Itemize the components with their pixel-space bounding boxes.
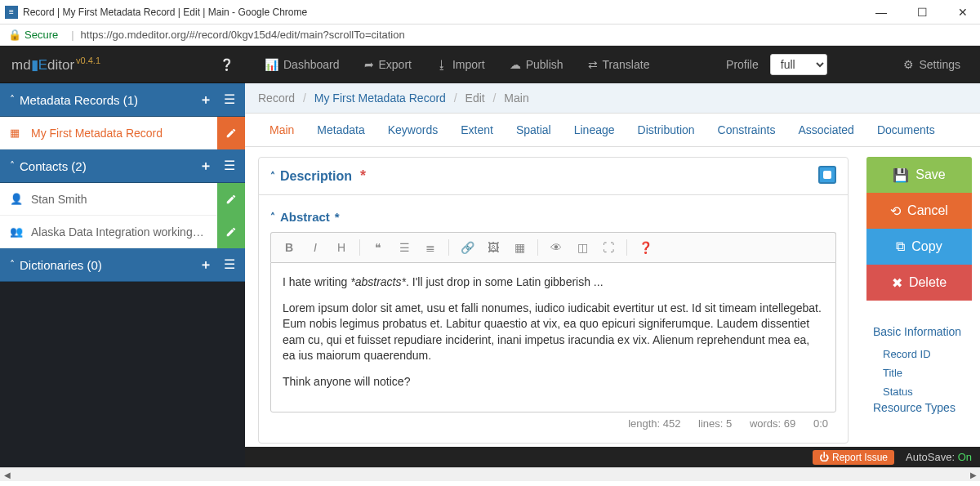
heading-button[interactable]: H [330,238,353,257]
tab-spatial[interactable]: Spatial [505,114,563,146]
quicknav-basic[interactable]: Basic Information [873,325,972,338]
brand-logo[interactable]: md▮Editorv0.4.1 [11,56,100,74]
quicknav-status[interactable]: Status [873,382,972,401]
table-button[interactable]: ▦ [508,238,531,257]
add-dictionary-icon[interactable]: ＋ [199,256,212,274]
sidebyside-button[interactable]: ◫ [571,238,594,257]
window-maximize-button[interactable]: ☐ [910,6,934,19]
sidebar-dictionaries-header[interactable]: ˄ Dictionaries (0) ＋ ☰ [0,248,245,282]
help-icon[interactable]: ❔ [220,58,234,71]
window-title: Record | My First Metadata Record | Edit… [23,7,869,18]
sidebar-contact-item[interactable]: 👤 Stan Smith [0,183,245,216]
tab-associated[interactable]: Associated [786,114,865,146]
tab-documents[interactable]: Documents [866,114,947,146]
scroll-target-icon[interactable] [818,166,836,184]
abstract-heading[interactable]: Abstract [280,210,330,224]
sidebar-records-header[interactable]: ˄ Metadata Records (1) ＋ ☰ [0,83,245,117]
copy-button[interactable]: ⧉Copy [866,229,972,265]
tab-extent[interactable]: Extent [449,114,505,146]
quicknav-recordid[interactable]: Record ID [873,345,972,363]
guide-button[interactable]: ❓ [634,238,657,257]
gear-icon: ⚙ [903,58,914,71]
ol-button[interactable]: ≣ [419,238,442,257]
fullscreen-button[interactable]: ⛶ [597,238,620,257]
abstract-textarea[interactable]: I hate writing *abstracts*. I'll just dr… [270,262,836,412]
list-contacts-icon[interactable]: ☰ [224,158,235,175]
lock-icon: 🔒 [8,29,21,41]
list-records-icon[interactable]: ☰ [224,91,235,109]
tab-main[interactable]: Main [258,114,305,146]
nav-dashboard[interactable]: 📊Dashboard [256,58,348,71]
editor-status: length: 452 lines: 5 words: 69 0:0 [270,412,836,435]
required-icon: * [335,210,340,224]
chevron-up-icon: ˄ [270,171,275,182]
nav-settings[interactable]: ⚙Settings [895,58,969,71]
list-dictionaries-icon[interactable]: ☰ [224,256,235,274]
tab-distribution[interactable]: Distribution [626,114,706,146]
add-contact-icon[interactable]: ＋ [199,158,212,175]
user-icon: 👤 [10,193,24,205]
ul-button[interactable]: ☰ [393,238,416,257]
nav-translate[interactable]: ⇄Translate [580,58,658,71]
chevron-up-icon: ˄ [270,212,275,223]
save-button[interactable]: 💾Save [866,157,972,193]
chevron-up-icon: ˄ [10,94,15,105]
sidebar-contacts-header[interactable]: ˄ Contacts (2) ＋ ☰ [0,149,245,183]
app-favicon: ≡ [5,6,18,19]
editor-toolbar: B I H ❝ ☰ ≣ 🔗 🖼 ▦ 👁 [270,232,836,262]
window-minimize-button[interactable]: — [869,6,893,19]
undo-icon: ⟲ [890,203,901,219]
tab-metadata[interactable]: Metadata [305,114,376,146]
horizontal-scrollbar[interactable]: ◀ ▶ [0,467,980,481]
crumb-main[interactable]: Main [504,91,528,105]
delete-button[interactable]: ✖Delete [866,265,972,301]
translate-icon: ⇄ [588,58,598,71]
link-button[interactable]: 🔗 [456,238,479,257]
tab-bar: Main Metadata Keywords Extent Spatial Li… [245,114,980,147]
breadcrumb: Record / My First Metadata Record / Edit… [245,83,980,114]
import-icon: ⭳ [436,58,448,71]
add-record-icon[interactable]: ＋ [199,91,212,109]
window-close-button[interactable]: ✕ [951,6,975,19]
quicknav-resource[interactable]: Resource Types [873,401,972,414]
crumb-record[interactable]: Record [258,91,295,105]
delete-icon: ✖ [892,275,902,291]
sidebar-record-item[interactable]: ▦ My First Metadata Record [0,117,245,149]
cancel-button[interactable]: ⟲Cancel [866,193,972,229]
save-icon: 💾 [893,167,909,183]
edit-record-button[interactable] [217,117,245,149]
italic-button[interactable]: I [304,238,327,257]
description-panel: ˄Description* ˄ Abstract * B [258,157,849,444]
edit-contact-button[interactable] [217,216,245,248]
profile-label: Profile [726,58,759,71]
description-heading[interactable]: ˄Description* [259,158,848,195]
nav-publish[interactable]: ☁Publish [501,58,572,71]
crumb-edit[interactable]: Edit [466,91,485,105]
profile-select[interactable]: full [770,54,827,75]
edit-contact-button[interactable] [217,183,245,216]
nav-import[interactable]: ⭳Import [428,58,493,71]
scroll-left-icon[interactable]: ◀ [0,468,14,482]
tab-lineage[interactable]: Lineage [563,114,626,146]
grid-icon: ▦ [10,127,24,139]
scroll-right-icon[interactable]: ▶ [966,468,980,482]
publish-icon: ☁ [510,58,521,71]
bold-button[interactable]: B [278,238,301,257]
image-button[interactable]: 🖼 [482,238,505,257]
chevron-up-icon: ˄ [10,259,15,270]
sidebar-contact-item[interactable]: 👥 Alaska Data Integration working… [0,216,245,248]
copy-icon: ⧉ [896,239,905,254]
tab-keywords[interactable]: Keywords [376,114,449,146]
quicknav-title[interactable]: Title [873,363,972,382]
address-url[interactable]: https://go.mdeditor.org/#/record/0kgv15d… [81,29,405,41]
autosave-status: AutoSave: On [906,451,972,463]
secure-label: Secure [24,29,58,41]
report-icon: ⏻ [819,452,829,463]
nav-export[interactable]: ➦Export [356,58,420,71]
preview-button[interactable]: 👁 [545,238,568,257]
crumb-title[interactable]: My First Metadata Record [314,91,446,105]
quote-button[interactable]: ❝ [367,238,390,257]
tab-constraints[interactable]: Constraints [706,114,787,146]
chevron-up-icon: ˄ [10,160,15,172]
report-issue-button[interactable]: ⏻Report Issue [813,450,894,465]
